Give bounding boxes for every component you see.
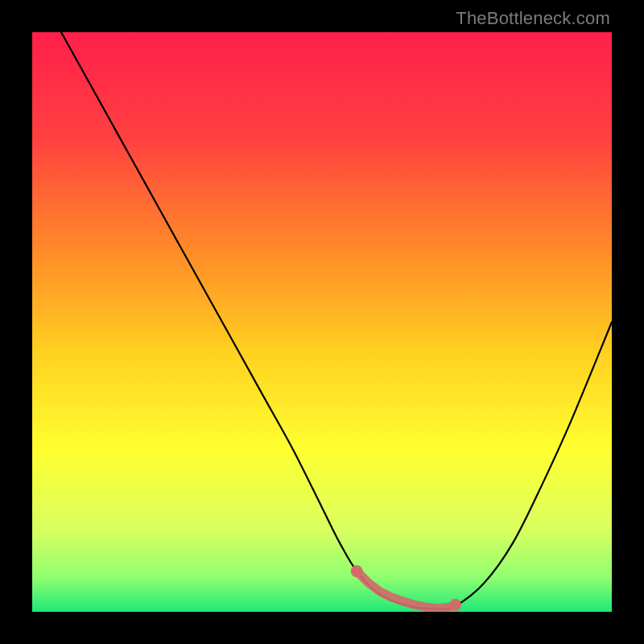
bottleneck-curve bbox=[61, 32, 612, 609]
chart-frame bbox=[32, 32, 612, 612]
svg-point-1 bbox=[351, 565, 363, 577]
watermark-text: TheBottleneck.com bbox=[456, 8, 610, 29]
optimal-range-marker bbox=[351, 565, 461, 611]
chart-plot bbox=[32, 32, 612, 612]
svg-point-2 bbox=[449, 599, 461, 611]
